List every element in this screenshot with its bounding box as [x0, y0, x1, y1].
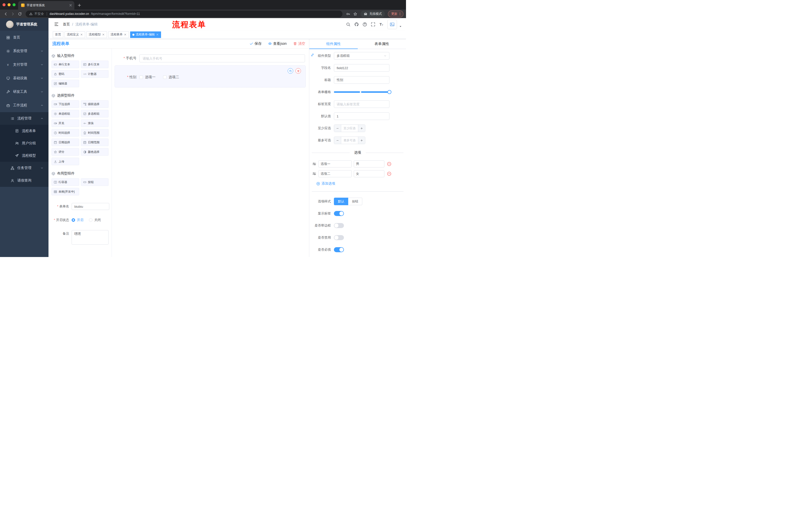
option-label-input[interactable] — [318, 170, 352, 177]
avatar[interactable] — [387, 20, 397, 29]
option-value-input[interactable] — [354, 170, 384, 177]
palette-item[interactable]: 颜色选择 — [81, 148, 109, 156]
sidebar-item-home[interactable]: 首页 — [0, 31, 49, 44]
stepper-placeholder[interactable]: 最多可选 — [341, 137, 358, 144]
palette-item[interactable]: 级联选择 — [81, 100, 109, 108]
tab-component-props[interactable]: 组件属性 — [309, 39, 358, 49]
sidebar-item-infra[interactable]: 基础设施 — [0, 72, 49, 85]
reload-button[interactable] — [17, 10, 23, 17]
hamburger-icon[interactable] — [54, 22, 59, 27]
slider-track[interactable] — [334, 91, 389, 93]
sidebar-item-system[interactable]: 系统管理 — [0, 44, 49, 58]
tab-close-icon[interactable] — [69, 3, 72, 7]
sidebar-item-devtools[interactable]: 研发工具 — [0, 85, 49, 99]
help-icon[interactable] — [362, 22, 367, 27]
field-name-input[interactable] — [334, 64, 389, 72]
checkbox-option-1[interactable]: 选项一 — [140, 75, 155, 79]
stepper-increase-button[interactable] — [358, 125, 365, 132]
palette-item[interactable]: 多选框组 — [81, 110, 109, 117]
option-label-input[interactable] — [318, 160, 352, 167]
required-switch[interactable] — [334, 247, 344, 252]
tag-process-form-edit[interactable]: 流程表单-编辑 — [130, 31, 161, 38]
palette-item[interactable]: 日期范围 — [81, 139, 109, 146]
stepper-increase-button[interactable] — [358, 137, 365, 144]
maximize-window-button[interactable] — [12, 3, 16, 6]
palette-item[interactable]: 单行文本 — [52, 61, 79, 68]
border-switch[interactable] — [334, 223, 344, 228]
tag-process-definition[interactable]: 流程定义 — [64, 31, 85, 38]
palette-item[interactable]: 表格[开发中] — [52, 188, 79, 195]
show-label-switch[interactable] — [334, 211, 344, 216]
browser-tab[interactable]: 芋道管理系统 — [18, 1, 75, 9]
user-menu-caret-icon[interactable] — [399, 25, 402, 28]
close-window-button[interactable] — [2, 3, 5, 6]
fullscreen-icon[interactable] — [371, 22, 375, 27]
option-value-input[interactable] — [354, 160, 384, 167]
stepper-decrease-button[interactable] — [334, 137, 341, 144]
update-button[interactable]: 更新 — [388, 10, 404, 17]
title-input[interactable] — [334, 76, 389, 84]
remove-option-button[interactable] — [387, 162, 392, 166]
drag-handle-icon[interactable] — [312, 162, 316, 166]
palette-item[interactable]: 时间选择 — [52, 129, 79, 137]
tag-process-form[interactable]: 流程表单 — [108, 31, 129, 38]
form-remark-textarea[interactable]: 嘿嘿 — [71, 230, 109, 245]
checkbox-option-2[interactable]: 选项二 — [163, 75, 179, 79]
sidebar-logo[interactable]: 芋道管理系统 — [0, 18, 49, 31]
canvas-field-gender[interactable]: 性别 选项一 选项二 — [115, 65, 306, 87]
checkbox-box[interactable] — [140, 76, 143, 79]
palette-item[interactable]: 单选框组 — [52, 110, 79, 117]
delete-component-button[interactable] — [295, 68, 301, 74]
copy-component-button[interactable] — [288, 68, 293, 74]
tag-close-icon[interactable] — [124, 33, 127, 36]
palette-item[interactable]: 按钮 — [81, 178, 109, 186]
palette-item[interactable]: 行容器 — [52, 178, 79, 186]
not-secure-icon[interactable] — [29, 12, 33, 16]
drag-handle-icon[interactable] — [312, 172, 316, 176]
palette-item[interactable]: 123计数器 — [81, 70, 109, 78]
sidebar-item-leave-query[interactable]: 请假查询 — [0, 174, 49, 187]
palette-item[interactable]: 多行文本 — [81, 61, 109, 68]
palette-item[interactable]: 上传 — [52, 158, 79, 165]
palette-item[interactable]: 密码 — [52, 70, 79, 78]
address-bar[interactable]: 不安全 dashboard.yudao.iocoder.cn/bpm/manag… — [26, 10, 343, 17]
github-icon[interactable] — [354, 22, 359, 27]
status-off-radio[interactable]: 关闭 — [89, 218, 101, 222]
password-manager-button[interactable] — [345, 10, 351, 17]
save-button[interactable]: 保存 — [250, 42, 262, 46]
palette-item[interactable]: 滑块 — [81, 119, 109, 127]
status-on-radio[interactable]: 开启 — [71, 218, 83, 222]
disabled-switch[interactable] — [334, 235, 344, 240]
tag-close-icon[interactable] — [102, 33, 105, 36]
sidebar-item-process-mgmt[interactable]: 流程管理 — [0, 112, 49, 125]
label-width-input[interactable] — [334, 100, 389, 108]
stepper-decrease-button[interactable] — [334, 125, 341, 132]
sidebar-item-payment[interactable]: ¥ 支付管理 — [0, 58, 49, 72]
palette-item[interactable]: 时间范围 — [81, 129, 109, 137]
minimize-window-button[interactable] — [7, 3, 10, 6]
component-type-select[interactable]: 多选框组 — [334, 52, 389, 60]
tab-form-props[interactable]: 表单属性 — [358, 39, 406, 49]
new-tab-button[interactable] — [77, 3, 81, 7]
form-grid-slider[interactable] — [334, 88, 389, 96]
clear-button[interactable]: 清空 — [293, 42, 305, 46]
slider-handle[interactable] — [387, 90, 392, 94]
palette-item[interactable]: 下拉选择 — [52, 100, 79, 108]
palette-item[interactable]: 编辑器 — [52, 80, 79, 87]
tag-close-icon[interactable] — [80, 33, 83, 36]
checkbox-box[interactable] — [163, 76, 167, 79]
tag-close-icon[interactable] — [156, 33, 159, 36]
remove-option-button[interactable] — [387, 171, 392, 176]
search-icon[interactable] — [346, 22, 350, 27]
palette-item[interactable]: 评分 — [52, 148, 79, 156]
palette-item[interactable]: 日期选择 — [52, 139, 79, 146]
tag-process-model[interactable]: 流程模型 — [86, 31, 107, 38]
sidebar-item-task-mgmt[interactable]: 任务管理 — [0, 162, 49, 174]
bookmark-button[interactable] — [352, 10, 358, 17]
sidebar-item-process-form[interactable]: 流程表单 — [0, 125, 49, 137]
back-button[interactable] — [2, 10, 9, 17]
breadcrumb-home[interactable]: 首页 — [63, 22, 70, 27]
tag-home[interactable]: 首页 — [53, 31, 63, 38]
forward-button[interactable] — [9, 10, 16, 17]
browser-menu-icon[interactable] — [398, 12, 402, 16]
